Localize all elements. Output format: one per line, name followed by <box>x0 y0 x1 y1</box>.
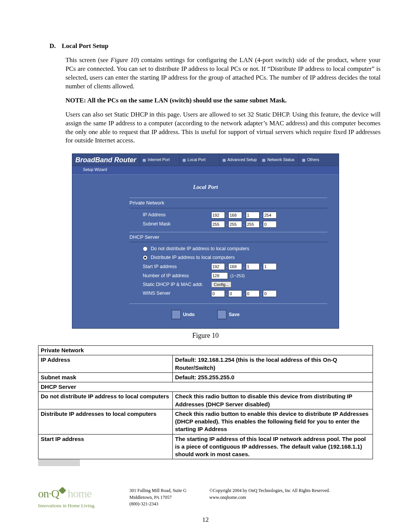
subnet-mask-field: . . . <box>211 221 277 228</box>
table-row: DHCP Server <box>38 382 373 392</box>
note-line: NOTE: All the PCs on the same LAN (switc… <box>65 96 381 105</box>
nav-tabs: Internet Port Local Port Advanced Setup … <box>139 154 339 165</box>
separator <box>129 304 327 304</box>
wins-4[interactable] <box>263 290 277 297</box>
table-cell-desc: Default: 192.168.1.254 (this is the loca… <box>173 355 373 373</box>
mask-octet-4[interactable] <box>263 221 277 228</box>
tab-local-port[interactable]: Local Port <box>179 154 219 165</box>
tab-network-status[interactable]: Network Status <box>259 154 299 165</box>
num-ip-input[interactable] <box>211 272 228 279</box>
static-dhcp-label: Static DHCP IP & MAC addr. <box>143 281 211 288</box>
section-title: Local Port Setup <box>62 42 108 50</box>
undo-button[interactable]: Undo <box>172 310 195 319</box>
description-table: Private NetworkIP AddressDefault: 192.16… <box>38 345 373 459</box>
radio-dhcp-off-label: Do not distribute IP address to local co… <box>151 246 249 252</box>
start-ip-field: . . . <box>211 263 277 270</box>
copyright-block: ©Copyright 2004 by OnQ Technologies, Inc… <box>209 487 330 507</box>
group-private-network: Private Network <box>129 198 327 208</box>
table-cell-label: Start IP address <box>38 434 173 459</box>
table-row: Distribute IP addresses to local compute… <box>38 409 373 434</box>
save-button[interactable]: Save <box>217 310 239 319</box>
ip-address-field: . . . <box>211 212 277 219</box>
config-button[interactable]: Config... <box>211 281 231 288</box>
logo: on·Q home <box>38 486 114 502</box>
table-cell-desc: The starting IP address of this local IP… <box>173 434 373 459</box>
copyright-line: ©Copyright 2004 by OnQ Technologies, Inc… <box>209 487 330 494</box>
table-row: IP AddressDefault: 192.168.1.254 (this i… <box>38 355 373 373</box>
undo-label: Undo <box>183 312 195 318</box>
wins-2[interactable] <box>228 290 242 297</box>
num-ip-hint: (1~253) <box>230 273 245 279</box>
table-header-cell: Private Network <box>38 346 373 355</box>
ip-octet-3[interactable] <box>246 212 260 219</box>
table-cell-label: Subnet mask <box>38 372 173 382</box>
start-ip-label: Start IP address <box>143 264 211 270</box>
addr-line-3: (800)-321-2343 <box>129 501 186 507</box>
ip-octet-1[interactable] <box>211 212 225 219</box>
save-label: Save <box>229 312 239 318</box>
wins-3[interactable] <box>246 290 260 297</box>
table-row: Do not distribute IP address to local co… <box>38 392 373 409</box>
undo-icon <box>172 310 181 319</box>
ip-octet-2[interactable] <box>228 212 242 219</box>
save-icon <box>217 310 226 319</box>
figure-ref: Figure 10 <box>111 56 137 64</box>
section-heading: D. Local Port Setup <box>49 42 381 51</box>
start-ip-2[interactable] <box>228 263 242 270</box>
router-screenshot: BroadBand Router Internet Port Local Por… <box>72 153 339 328</box>
router-body: Local Port Private Network IP Address . … <box>72 175 339 328</box>
router-header: BroadBand Router Internet Port Local Por… <box>72 154 339 166</box>
tab-others[interactable]: Others <box>299 154 339 165</box>
setup-wizard-link[interactable]: Setup Wizard <box>72 166 339 175</box>
radio-dhcp-on-label: Distribute IP address to local computers <box>151 254 235 261</box>
addr-line-2: Middletown, PA 17057 <box>129 494 186 501</box>
mask-octet-2[interactable] <box>228 221 242 228</box>
section-letter: D. <box>49 42 60 51</box>
table-cell-desc: Check this radio button to enable this d… <box>173 409 373 434</box>
table-cell-label: Distribute IP addresses to local compute… <box>38 409 173 434</box>
logo-text-a: on·Q <box>38 487 59 500</box>
table-cell-desc: Check this radio button to disable this … <box>173 392 373 409</box>
logo-text-b: home <box>68 487 92 500</box>
table-row: Private Network <box>38 346 373 355</box>
group-dhcp-server: DHCP Server <box>129 232 327 243</box>
page-number: 12 <box>30 516 381 524</box>
start-ip-4[interactable] <box>263 263 277 270</box>
num-ip-label: Number of IP address <box>143 273 211 279</box>
addr-line-1: 301 Fulling Mill Road, Suite G <box>129 487 186 494</box>
decorative-bar <box>38 459 80 466</box>
table-header-cell: DHCP Server <box>38 382 373 392</box>
radio-dhcp-off[interactable] <box>143 246 148 251</box>
footer: on·Q home Innovations in Home Living. 30… <box>30 486 381 509</box>
brand-label: BroadBand Router <box>72 154 139 165</box>
table-cell-label: IP Address <box>38 355 173 373</box>
wins-field: . . . <box>211 290 277 297</box>
start-ip-3[interactable] <box>246 263 260 270</box>
table-row: Subnet maskDefault: 255.255.255.0 <box>38 372 373 382</box>
table-cell-desc: Default: 255.255.255.0 <box>173 372 373 382</box>
logo-block: on·Q home Innovations in Home Living. <box>38 486 114 509</box>
page: D. Local Port Setup This screen (see Fig… <box>0 0 411 532</box>
ip-address-label: IP Address <box>143 212 211 218</box>
tab-internet-port[interactable]: Internet Port <box>139 154 179 165</box>
mask-octet-1[interactable] <box>211 221 225 228</box>
table-cell-label: Do not distribute IP address to local co… <box>38 392 173 409</box>
panel-title: Local Port <box>84 179 327 195</box>
leaf-icon <box>59 487 66 494</box>
ip-octet-4[interactable] <box>263 212 277 219</box>
wins-1[interactable] <box>211 290 225 297</box>
text: This screen (see <box>65 56 111 64</box>
figure-caption: Figure 10 <box>30 331 381 340</box>
address-block: 301 Fulling Mill Road, Suite G Middletow… <box>129 487 186 507</box>
tab-advanced-setup[interactable]: Advanced Setup <box>219 154 259 165</box>
mask-octet-3[interactable] <box>246 221 260 228</box>
radio-dhcp-on[interactable] <box>143 255 148 260</box>
table-row: Start IP addressThe starting IP address … <box>38 434 373 459</box>
intro-paragraph: This screen (see Figure 10) contains set… <box>65 56 381 91</box>
static-dhcp-paragraph: Users can also set Static DHCP in this p… <box>65 110 381 145</box>
subnet-mask-label: Subnet Mask <box>143 221 211 227</box>
wins-label: WINS Server <box>143 290 211 297</box>
start-ip-1[interactable] <box>211 263 225 270</box>
tagline: Innovations in Home Living. <box>38 502 114 509</box>
website-line: www.onqhome.com <box>209 494 330 501</box>
